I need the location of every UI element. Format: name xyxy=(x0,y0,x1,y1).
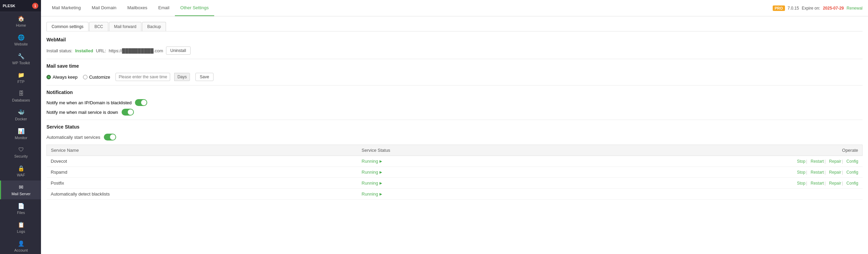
table-row: Rspamd Running ▶ Stop|Restart|Repair|Con… xyxy=(47,167,863,178)
service-status-title: Service Status xyxy=(46,124,863,130)
sidebar-label-mail-server: Mail Server xyxy=(12,192,31,196)
sidebar-item-mail-server[interactable]: ✉ Mail Server xyxy=(0,181,41,199)
sidebar-label-home: Home xyxy=(16,23,26,27)
service-status-cell: Running ▶ xyxy=(358,189,528,200)
sidebar-item-databases[interactable]: 🗄 Databases xyxy=(0,87,41,106)
website-icon: 🌐 xyxy=(18,34,25,41)
blacklist-toggle[interactable] xyxy=(135,99,147,106)
expire-label: Expire on: xyxy=(802,6,820,11)
auto-start-toggle[interactable] xyxy=(104,134,116,141)
op-sep: | xyxy=(825,159,826,164)
running-status: Running ▶ xyxy=(362,170,524,175)
customize-option[interactable]: Customize xyxy=(83,75,110,80)
uninstall-button[interactable]: Uninstall xyxy=(166,46,191,55)
always-keep-option[interactable]: Always keep xyxy=(46,75,78,80)
auto-start-row: Automatically start services xyxy=(46,134,863,141)
sidebar-item-docker[interactable]: 🐳 Docker xyxy=(0,106,41,124)
op-stop-1[interactable]: Stop xyxy=(797,170,805,175)
op-stop-2[interactable]: Stop xyxy=(797,181,805,186)
url-value: https://██████████.com xyxy=(109,48,163,53)
tab-mail-domain[interactable]: Mail Domain xyxy=(86,0,122,16)
op-sep: | xyxy=(825,170,826,175)
op-stop-0[interactable]: Stop xyxy=(797,159,805,164)
save-button[interactable]: Save xyxy=(195,73,213,81)
sidebar-item-security[interactable]: 🛡 Security xyxy=(0,143,41,162)
mail-save-time-title: Mail save time xyxy=(46,63,863,69)
op-config-1[interactable]: Config xyxy=(846,170,858,175)
divider-2 xyxy=(46,85,863,85)
op-sep: | xyxy=(806,159,807,164)
notification-title: Notification xyxy=(46,90,863,95)
always-keep-label: Always keep xyxy=(53,75,78,80)
op-restart-1[interactable]: Restart xyxy=(811,170,824,175)
sidebar-label-website: Website xyxy=(14,42,28,46)
wp-toolkit-icon: 🔧 xyxy=(18,53,25,59)
waf-icon: 🔒 xyxy=(18,165,25,172)
op-sep: | xyxy=(842,181,843,186)
logs-icon: 📋 xyxy=(18,222,25,228)
op-repair-1[interactable]: Repair xyxy=(829,170,841,175)
sidebar-item-logs[interactable]: 📋 Logs xyxy=(0,218,41,237)
sidebar-item-ftp[interactable]: 📁 FTP xyxy=(0,68,41,87)
sub-tab-bcc[interactable]: BCC xyxy=(89,22,108,31)
tab-other-settings[interactable]: Other Settings xyxy=(175,0,214,16)
sidebar-item-monitor[interactable]: 📊 Monitor xyxy=(0,124,41,143)
topnav-right: PRO 7.0.15 Expire on: 2025-07-29 Renewal xyxy=(773,5,863,11)
op-restart-2[interactable]: Restart xyxy=(811,181,824,186)
col-operate: Operate xyxy=(528,145,862,156)
sidebar-label-monitor: Monitor xyxy=(15,136,27,140)
sidebar-item-account[interactable]: 👤 Account xyxy=(0,237,41,254)
operations-cell xyxy=(528,189,862,200)
sub-tab-mail-forward[interactable]: Mail forward xyxy=(109,22,141,31)
table-row: Automatically detect blacklists Running … xyxy=(47,189,863,200)
col-service-name: Service Name xyxy=(47,145,358,156)
service-status-cell: Running ▶ xyxy=(358,156,528,167)
op-sep: | xyxy=(825,181,826,186)
maildown-toggle[interactable] xyxy=(122,109,134,116)
sidebar-item-home[interactable]: 🏠 Home xyxy=(0,12,41,31)
docker-icon: 🐳 xyxy=(18,109,25,116)
service-status-cell: Running ▶ xyxy=(358,167,528,178)
service-name-cell: Dovecot xyxy=(47,156,358,167)
running-arrow-icon: ▶ xyxy=(380,181,382,185)
tab-email[interactable]: Email xyxy=(153,0,175,16)
running-status: Running ▶ xyxy=(362,159,524,164)
operations-cell: Stop|Restart|Repair|Config xyxy=(528,178,862,189)
tab-mail-marketing[interactable]: Mail Marketing xyxy=(46,0,86,16)
status-text: Running xyxy=(362,191,378,197)
op-restart-0[interactable]: Restart xyxy=(811,159,824,164)
sub-tab-backup[interactable]: Backup xyxy=(142,22,166,31)
op-repair-2[interactable]: Repair xyxy=(829,181,841,186)
op-config-2[interactable]: Config xyxy=(846,181,858,186)
sub-tab-common-settings[interactable]: Common settings xyxy=(46,22,88,31)
op-sep: | xyxy=(842,159,843,164)
op-repair-0[interactable]: Repair xyxy=(829,159,841,164)
op-config-0[interactable]: Config xyxy=(846,159,858,164)
table-row: Dovecot Running ▶ Stop|Restart|Repair|Co… xyxy=(47,156,863,167)
sidebar-item-waf[interactable]: 🔒 WAF xyxy=(0,162,41,181)
account-icon: 👤 xyxy=(18,240,25,247)
status-text: Running xyxy=(362,181,378,186)
sidebar-label-security: Security xyxy=(14,154,28,158)
sidebar-item-wp-toolkit[interactable]: 🔧 WP Toolkit xyxy=(0,50,41,68)
sidebar-item-website[interactable]: 🌐 Website xyxy=(0,31,41,50)
sidebar-label-wp-toolkit: WP Toolkit xyxy=(12,61,30,65)
ftp-icon: 📁 xyxy=(18,72,25,78)
running-status: Running ▶ xyxy=(362,191,524,197)
sidebar-item-files[interactable]: 📄 Files xyxy=(0,199,41,218)
always-keep-radio[interactable] xyxy=(46,75,51,79)
logo-text: PLESK xyxy=(3,4,15,8)
files-icon: 📄 xyxy=(18,203,25,209)
op-sep: | xyxy=(806,181,807,186)
service-name-cell: Rspamd xyxy=(47,167,358,178)
sidebar: PLESK 1 🏠 Home 🌐 Website 🔧 WP Toolkit 📁 … xyxy=(0,0,41,254)
blacklist-slider xyxy=(135,99,147,106)
customize-radio[interactable] xyxy=(83,75,87,79)
tab-mailboxes[interactable]: Mailboxes xyxy=(122,0,153,16)
service-name-cell: Postfix xyxy=(47,178,358,189)
top-navigation: Mail MarketingMail DomainMailboxesEmailO… xyxy=(41,0,868,16)
running-arrow-icon: ▶ xyxy=(380,170,382,174)
running-status: Running ▶ xyxy=(362,181,524,186)
renewal-link[interactable]: Renewal xyxy=(846,6,863,11)
save-time-input[interactable] xyxy=(115,73,170,81)
